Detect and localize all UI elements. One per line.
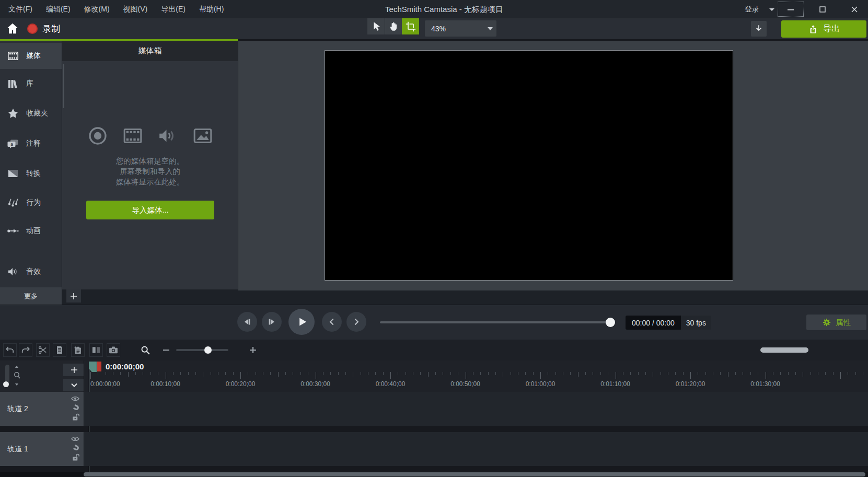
cut-button[interactable] (36, 343, 50, 357)
seek-slider[interactable] (380, 321, 610, 323)
horizontal-scrollbar-handle[interactable] (84, 472, 865, 476)
eye-icon[interactable] (71, 436, 79, 442)
seek-slider-thumb[interactable] (606, 318, 615, 327)
plus-icon (70, 293, 77, 300)
add-track-button[interactable] (63, 364, 85, 376)
hand-icon (388, 21, 399, 32)
canvas-zoom-select[interactable]: 43% (425, 20, 496, 37)
step-forward-button[interactable] (346, 312, 366, 332)
zoom-to-fit-icon[interactable] (13, 365, 20, 387)
track-1-lane[interactable] (84, 432, 868, 466)
timeline-zoom-slider[interactable] (176, 349, 228, 351)
select-tool-button[interactable] (367, 18, 385, 34)
track-1-header[interactable]: 轨道 1 (0, 432, 84, 466)
paste-icon (73, 345, 83, 355)
cursor-icon (371, 21, 382, 32)
menu-file[interactable]: 文件(F) (6, 4, 34, 15)
track-height-slider[interactable] (5, 365, 9, 383)
split-button[interactable] (89, 343, 103, 357)
pan-tool-button[interactable] (385, 18, 402, 34)
minimize-icon (785, 4, 796, 15)
canvas-stage[interactable] (325, 50, 733, 281)
playhead-out-handle[interactable] (97, 362, 101, 371)
magnet-icon[interactable] (72, 444, 79, 451)
screenshot-button[interactable] (107, 343, 120, 357)
timeline-zoom-slider-thumb[interactable] (204, 346, 212, 354)
sidebar-item-behaviors[interactable]: 行为 (0, 190, 62, 216)
timeline-ruler[interactable]: 0:00:00;000:00:10;000:00:20;000:00:30;00… (84, 360, 868, 392)
sidebar-label: 媒体 (26, 51, 41, 61)
sidebar-item-transitions[interactable]: 转换 (0, 160, 62, 187)
maximize-button[interactable] (809, 2, 836, 17)
media-panel-scrollbar[interactable] (63, 64, 64, 108)
panel-bottom-strip (62, 289, 238, 305)
step-back-button[interactable] (322, 312, 342, 332)
timeline-scrollbar-handle[interactable] (760, 347, 808, 353)
track-height-slider-thumb[interactable] (3, 381, 9, 387)
redo-button[interactable] (19, 343, 32, 357)
download-button[interactable] (751, 21, 767, 37)
previous-frame-button[interactable] (237, 312, 257, 332)
copy-button[interactable] (53, 343, 66, 357)
media-bin-panel: 媒体箱 您的媒体箱是空的。 屏幕录制和导入的 媒体将显示在此处。 导入媒体... (62, 41, 238, 289)
ruler-label: 0:01:00;00 (526, 380, 555, 388)
magnet-icon[interactable] (72, 403, 79, 411)
paste-button[interactable] (71, 343, 85, 357)
lock-icon[interactable] (72, 453, 79, 461)
download-icon (754, 24, 764, 34)
timeline-zoom-out-button[interactable] (159, 343, 173, 357)
sidebar-label: 动画 (26, 226, 41, 236)
camtasia-window: 文件(F) 编辑(E) 修改(M) 视图(V) 导出(E) 帮助(H) Tech… (0, 0, 868, 477)
annotation-icon: a (7, 137, 19, 150)
ruler-label: 0:00:40;00 (376, 380, 406, 388)
close-button[interactable] (841, 2, 867, 17)
share-icon (808, 24, 818, 34)
minus-icon (162, 346, 170, 354)
sign-in-button[interactable]: 登录 (745, 0, 759, 18)
track-row-2: 轨道 2 (0, 392, 868, 426)
horizontal-scrollbar[interactable] (0, 472, 868, 477)
next-frame-button[interactable] (262, 312, 282, 332)
media-icon (7, 50, 19, 62)
svg-text:a: a (10, 142, 13, 147)
main-toolbar: 录制 43% 导出 (0, 18, 868, 39)
home-button[interactable] (5, 22, 20, 36)
menu-modify[interactable]: 修改(M) (82, 4, 112, 15)
sidebar-item-favorites[interactable]: 收藏夹 (0, 100, 62, 126)
minimize-button[interactable] (778, 2, 804, 17)
menu-view[interactable]: 视图(V) (121, 4, 150, 15)
ruler-label: 0:01:10;00 (600, 380, 630, 388)
properties-button[interactable]: 属性 (806, 315, 866, 330)
timeline-zoom-in-button[interactable] (246, 343, 260, 357)
menu-edit[interactable]: 编辑(E) (44, 4, 73, 15)
eye-icon[interactable] (71, 395, 79, 402)
export-button[interactable]: 导出 (781, 20, 866, 38)
play-button[interactable] (288, 309, 315, 335)
sign-in-caret-icon[interactable] (769, 8, 774, 11)
sidebar-item-media[interactable]: 媒体 (0, 43, 62, 69)
track-2-lane[interactable] (84, 392, 868, 426)
sidebar-item-animations[interactable]: 动画 (0, 218, 62, 244)
sidebar-more-button[interactable]: 更多 (0, 287, 62, 305)
track-2-header[interactable]: 轨道 2 (0, 392, 84, 426)
sidebar-item-audio-effects[interactable]: 音效 (0, 259, 62, 285)
track-2-label: 轨道 2 (7, 392, 28, 426)
crop-tool-button[interactable] (402, 18, 419, 34)
menu-help[interactable]: 帮助(H) (197, 4, 226, 15)
sidebar-item-annotations[interactable]: a 注释 (0, 131, 62, 157)
timeline-zoom-button[interactable] (138, 343, 152, 357)
undo-button[interactable] (3, 343, 17, 357)
zoom-caret-icon[interactable] (488, 27, 493, 30)
titlebar: 文件(F) 编辑(E) 修改(M) 视图(V) 导出(E) 帮助(H) Tech… (0, 0, 868, 18)
record-button[interactable]: 录制 (27, 21, 60, 37)
menu-export[interactable]: 导出(E) (159, 4, 188, 15)
gear-icon (822, 318, 831, 327)
media-bin-title-text: 媒体箱 (138, 46, 162, 56)
sidebar-item-library[interactable]: 库 (0, 71, 62, 97)
track-options-button[interactable] (63, 379, 85, 391)
add-tab-button[interactable] (66, 289, 81, 303)
import-media-button[interactable]: 导入媒体... (86, 201, 214, 219)
sidebar-label: 库 (26, 79, 33, 88)
lock-icon[interactable] (72, 413, 79, 421)
plus-icon (71, 366, 78, 374)
